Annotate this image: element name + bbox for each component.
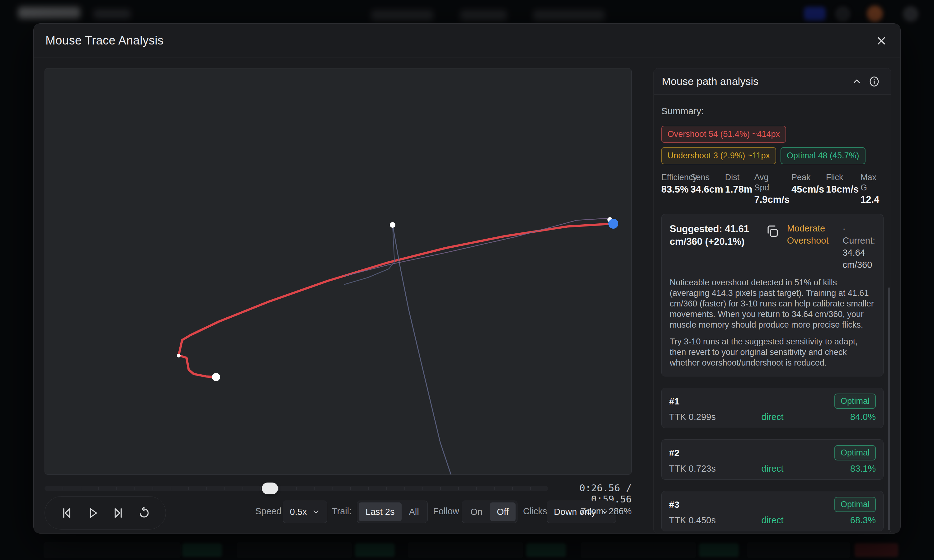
info-button[interactable] bbox=[866, 73, 883, 90]
suggested-sensitivity: Suggested: 41.61 cm/360 (+20.1%) bbox=[670, 222, 757, 271]
skip-back-icon bbox=[60, 506, 74, 520]
copy-icon[interactable] bbox=[765, 224, 779, 238]
mouse-path bbox=[179, 224, 612, 377]
follow-option-off[interactable]: Off bbox=[490, 502, 516, 521]
skip-forward-icon bbox=[111, 506, 125, 520]
stat-avg-spd: Avg Spd7.9cm/s bbox=[754, 172, 789, 205]
stat-value: 83.5% bbox=[661, 184, 689, 195]
scrubber-tick bbox=[171, 487, 171, 490]
target-line-branch bbox=[345, 225, 395, 285]
stat-label: Dist bbox=[725, 172, 748, 183]
stat-efficiency: Efficiency83.5% bbox=[661, 172, 689, 205]
trace-canvas[interactable] bbox=[45, 68, 632, 475]
scrubber-tick bbox=[188, 487, 189, 490]
follow-option-on[interactable]: On bbox=[464, 502, 489, 521]
kill-number: #1 bbox=[669, 396, 679, 407]
follow-toggle[interactable]: OnOff bbox=[462, 501, 518, 523]
speed-select[interactable]: 0.5x bbox=[283, 501, 327, 523]
stat-value: 12.4 bbox=[860, 194, 883, 205]
stat-label: Efficiency bbox=[661, 172, 684, 183]
panel-scroll-area[interactable]: Summary: Overshoot 54 (51.4%) ~414pxUnde… bbox=[654, 95, 891, 534]
play-icon bbox=[86, 506, 99, 520]
modal-header: Mouse Trace Analysis bbox=[34, 24, 900, 58]
skip-forward-button[interactable] bbox=[109, 504, 127, 522]
modal-title: Mouse Trace Analysis bbox=[45, 34, 164, 47]
restart-icon bbox=[137, 506, 151, 520]
scrubber-tick bbox=[242, 487, 243, 490]
stat-flick: Flick18cm/s bbox=[826, 172, 858, 205]
kill-path-type: direct bbox=[738, 463, 807, 474]
trail-option-all[interactable]: All bbox=[402, 502, 426, 521]
kill-number: #3 bbox=[669, 499, 679, 510]
close-button[interactable] bbox=[874, 33, 889, 49]
summary-badge-overshoot: Overshoot 54 (51.4%) ~414px bbox=[661, 126, 786, 143]
stat-value: 1.78m bbox=[725, 184, 752, 195]
kill-accuracy: 84.0% bbox=[807, 412, 876, 422]
kill-card[interactable]: #3 Optimal TTK 0.450s direct 68.3% bbox=[661, 491, 883, 531]
scrubber-thumb[interactable] bbox=[262, 483, 278, 494]
stat-value: 18cm/s bbox=[826, 184, 858, 195]
scrubber-tick bbox=[99, 487, 99, 490]
mouse-trace-modal: Mouse Trace Analysis 0:26.56 / 0:59.56 bbox=[33, 23, 901, 534]
close-icon bbox=[875, 35, 888, 47]
trace-plot bbox=[45, 68, 632, 475]
kill-path-type: direct bbox=[738, 515, 807, 525]
current-label: · Current: bbox=[843, 223, 875, 245]
restart-button[interactable] bbox=[136, 504, 153, 522]
collapse-button[interactable] bbox=[848, 73, 866, 90]
stat-value: 34.6cm bbox=[690, 184, 723, 195]
scrubber-tick bbox=[225, 487, 225, 490]
scrubber-tick bbox=[207, 487, 207, 490]
stat-value: 7.9cm/s bbox=[754, 194, 789, 205]
kill-card[interactable]: #1 Optimal TTK 0.299s direct 84.0% bbox=[661, 388, 883, 428]
scrubber-tick bbox=[512, 487, 513, 490]
summary-badges: Overshoot 54 (51.4%) ~414pxUndershoot 3 … bbox=[661, 126, 883, 164]
scrubber-tick bbox=[368, 487, 369, 490]
turn-marker bbox=[177, 354, 180, 357]
trail-option-last-2s[interactable]: Last 2s bbox=[359, 502, 402, 521]
skip-back-button[interactable] bbox=[58, 504, 76, 522]
stat-sens: Sens34.6cm bbox=[690, 172, 723, 205]
chevron-down-icon bbox=[312, 508, 320, 516]
stat-label: Flick bbox=[826, 172, 849, 183]
summary-badge-undershoot: Undershoot 3 (2.9%) ~11px bbox=[661, 147, 776, 164]
kill-status-badge: Optimal bbox=[834, 394, 876, 409]
stat-max-g: Max G12.4 bbox=[860, 172, 883, 205]
stat-value: 45cm/s bbox=[791, 184, 824, 195]
target-line-steep bbox=[393, 225, 451, 475]
stat-peak: Peak45cm/s bbox=[791, 172, 824, 205]
scrubber-tick bbox=[458, 487, 459, 490]
panel-header: Mouse path analysis bbox=[654, 68, 891, 95]
trail-toggle[interactable]: Last 2sAll bbox=[357, 501, 428, 523]
stat-dist: Dist1.78m bbox=[725, 172, 752, 205]
scrubber-tick bbox=[314, 487, 315, 490]
kill-accuracy: 68.3% bbox=[807, 515, 876, 525]
scrubber-tick bbox=[134, 487, 135, 490]
playback-controls: Speed 0.5x Trail: Last 2sAll Follow OnOf… bbox=[34, 496, 632, 529]
kill-accuracy: 83.1% bbox=[807, 463, 876, 474]
scrubber-tick bbox=[530, 487, 531, 490]
scrubber-tick bbox=[476, 487, 477, 490]
kill-list: #1 Optimal TTK 0.299s direct 84.0% #2 Op… bbox=[661, 388, 883, 534]
scrubber-track[interactable] bbox=[45, 486, 548, 491]
kill-ttk: TTK 0.723s bbox=[669, 463, 738, 474]
panel-scrollbar[interactable] bbox=[888, 288, 890, 530]
zoom-level: Zoom: 286% bbox=[581, 506, 632, 517]
suggestion-body-1: Noticeable overshoot detected in 51% of … bbox=[670, 277, 875, 330]
scrubber-tick bbox=[116, 487, 117, 490]
stat-label: Max G bbox=[860, 172, 883, 193]
stat-label: Avg Spd bbox=[754, 172, 777, 193]
analysis-panel: Mouse path analysis Summary: Overshoot 5… bbox=[653, 68, 891, 534]
severity-label: Moderate Overshoot bbox=[787, 222, 835, 271]
kill-card[interactable]: #2 Optimal TTK 0.723s direct 83.1% bbox=[661, 439, 883, 480]
play-button[interactable] bbox=[84, 504, 101, 522]
follow-label: Follow bbox=[433, 506, 459, 517]
clicks-label: Clicks bbox=[523, 506, 547, 517]
scrubber-tick bbox=[422, 487, 423, 490]
scrubber-tick bbox=[404, 487, 405, 490]
info-icon bbox=[868, 75, 880, 88]
stat-label: Peak bbox=[791, 172, 814, 183]
timeline-scrubber[interactable] bbox=[45, 480, 548, 497]
suggestion-header: Suggested: 41.61 cm/360 (+20.1%) Moderat… bbox=[670, 222, 875, 271]
transport-buttons bbox=[45, 496, 166, 529]
